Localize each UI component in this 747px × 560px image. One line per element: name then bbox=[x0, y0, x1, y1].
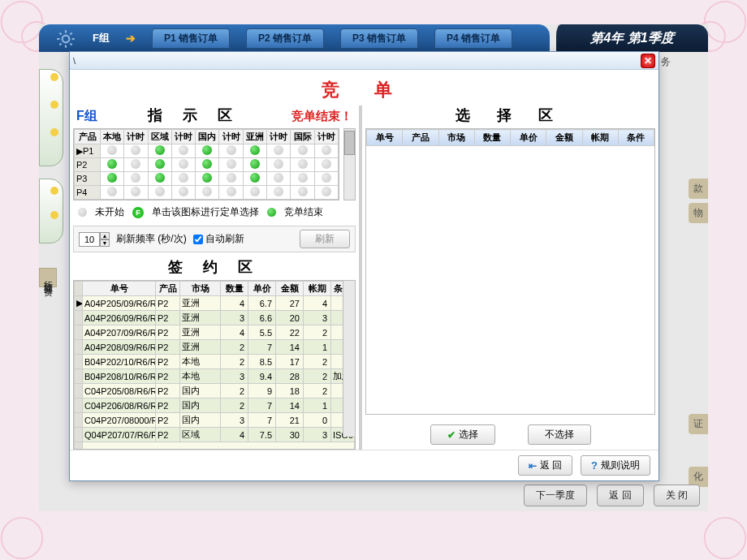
status-grey-icon[interactable] bbox=[322, 187, 331, 196]
next-quarter-button[interactable]: 下一季度 bbox=[524, 485, 587, 506]
dialog-footer: ⇤返 回 ?规则说明 bbox=[70, 450, 658, 480]
status-green-icon[interactable] bbox=[250, 173, 260, 183]
table-row[interactable]: A04P207/09/R6/RP2亚洲45.5222 bbox=[75, 325, 355, 340]
indicator-col: 计时 bbox=[219, 130, 243, 144]
period-text: 第4年 第1季度 bbox=[590, 30, 673, 47]
dot-grey-icon bbox=[78, 208, 87, 217]
status-grey-icon[interactable] bbox=[179, 187, 188, 196]
svg-point-5 bbox=[705, 518, 745, 558]
status-grey-icon[interactable] bbox=[179, 159, 188, 169]
legend-end: 竞单结束 bbox=[284, 205, 323, 219]
auto-refresh-checkbox[interactable]: 自动刷新 bbox=[193, 232, 244, 246]
tab-p2[interactable]: P2 销售订单 bbox=[246, 28, 324, 49]
select-col: 产品 bbox=[403, 130, 438, 146]
back-button[interactable]: 返 回 bbox=[597, 485, 643, 506]
spin-down-icon[interactable]: ▼ bbox=[100, 239, 110, 247]
status-grey-icon[interactable] bbox=[274, 145, 283, 155]
side-dots-2 bbox=[50, 187, 58, 219]
status-grey-icon[interactable] bbox=[250, 187, 260, 196]
table-row[interactable]: A04P206/09/R6/RP2亚洲36.6203 bbox=[75, 311, 355, 325]
table-row[interactable]: B04P208/10/R6/RP2本地39.4282加急 bbox=[75, 369, 355, 384]
sign-col: 金额 bbox=[276, 282, 304, 296]
status-grey-icon[interactable] bbox=[322, 173, 331, 183]
status-grey-icon[interactable] bbox=[298, 159, 308, 169]
table-row[interactable]: C04P207/08000/RP2国内37210 bbox=[75, 413, 355, 428]
dialog-back-button[interactable]: ⇤返 回 bbox=[518, 455, 572, 476]
deselect-button[interactable]: 不选择 bbox=[528, 424, 591, 445]
right-pane: 选 择 区 单号产品市场数量单价金额帐期条件 ✔选择 不选择 bbox=[362, 106, 658, 450]
indicator-scrollbar[interactable] bbox=[343, 128, 356, 200]
spin-up-icon[interactable]: ▲ bbox=[100, 232, 110, 239]
status-grey-icon[interactable] bbox=[298, 173, 308, 183]
status-grey-icon[interactable] bbox=[227, 187, 236, 196]
status-grey-icon[interactable] bbox=[131, 145, 140, 155]
status-grey-icon[interactable] bbox=[227, 145, 236, 155]
status-grey-icon[interactable] bbox=[274, 187, 283, 196]
select-table: 单号产品市场数量单价金额帐期条件 bbox=[366, 129, 654, 146]
side-label-admin-fee: 行政管理费 bbox=[39, 268, 57, 287]
status-green-icon[interactable] bbox=[155, 145, 165, 155]
status-green-icon[interactable] bbox=[202, 145, 212, 155]
auto-refresh-input[interactable] bbox=[193, 235, 203, 244]
select-col: 条件 bbox=[618, 130, 654, 146]
indicator-table-wrap: 产品本地计时区域计时国内计时亚洲计时国际计时 ▶P1P2P3P4 bbox=[73, 128, 339, 200]
status-green-icon[interactable] bbox=[202, 159, 212, 169]
tab-p3[interactable]: P3 销售订单 bbox=[340, 28, 418, 49]
status-grey-icon[interactable] bbox=[298, 145, 308, 155]
indicator-product: ▶P1 bbox=[75, 144, 101, 158]
status-grey-icon[interactable] bbox=[155, 187, 165, 196]
status-green-icon[interactable] bbox=[155, 159, 165, 169]
table-row[interactable]: A04P208/09/R6/RP2亚洲27141 bbox=[75, 340, 355, 355]
status-green-icon[interactable] bbox=[107, 173, 117, 183]
select-area-title: 选 择 区 bbox=[362, 106, 658, 128]
status-grey-icon[interactable] bbox=[322, 145, 331, 155]
table-row[interactable]: C04P205/08/R6/RP2国内29182 bbox=[75, 384, 355, 398]
status-grey-icon[interactable] bbox=[179, 145, 188, 155]
rules-button[interactable]: ?规则说明 bbox=[581, 455, 650, 476]
refresh-spinner[interactable]: ▲▼ bbox=[79, 232, 110, 247]
status-grey-icon[interactable] bbox=[274, 173, 283, 183]
tab-p4[interactable]: P4 销售订单 bbox=[434, 28, 512, 49]
status-grey-icon[interactable] bbox=[107, 187, 117, 196]
refresh-button[interactable]: 刷新 bbox=[300, 230, 350, 248]
close-icon[interactable]: ✕ bbox=[641, 54, 655, 68]
status-green-icon[interactable] bbox=[250, 159, 260, 169]
status-grey-icon[interactable] bbox=[227, 173, 236, 183]
select-col: 单号 bbox=[367, 130, 403, 146]
sign-vscroll[interactable] bbox=[343, 281, 355, 437]
table-row[interactable]: B04P202/10/R6/RP2本地28.5172 bbox=[75, 355, 355, 369]
table-row[interactable]: ▶A04P205/09/R6/RP2亚洲46.7274 bbox=[75, 296, 355, 311]
status-grey-icon[interactable] bbox=[298, 187, 308, 196]
status-grey-icon[interactable] bbox=[322, 159, 331, 169]
dot-green-icon bbox=[267, 208, 276, 217]
arrow-icon: ➔ bbox=[126, 32, 136, 45]
refresh-label: 刷新频率 (秒/次) bbox=[116, 232, 187, 246]
select-button[interactable]: ✔选择 bbox=[430, 424, 495, 445]
refresh-value[interactable] bbox=[79, 232, 100, 247]
table-row[interactable]: Q04P207/07/R6/RP2区域47.5303ISO900 bbox=[75, 428, 355, 442]
sign-col: 市场 bbox=[180, 282, 221, 296]
select-button-label: 选择 bbox=[459, 428, 478, 442]
indicator-table: 产品本地计时区域计时国内计时亚洲计时国际计时 ▶P1P2P3P4 bbox=[74, 129, 339, 200]
status-grey-icon[interactable] bbox=[107, 145, 117, 155]
gear-icon bbox=[55, 27, 76, 49]
status-grey-icon[interactable] bbox=[179, 173, 188, 183]
tab-p1[interactable]: P1 销售订单 bbox=[152, 28, 230, 49]
status-grey-icon[interactable] bbox=[131, 159, 140, 169]
status-grey-icon[interactable] bbox=[131, 187, 140, 196]
status-grey-icon[interactable] bbox=[202, 187, 212, 196]
status-grey-icon[interactable] bbox=[131, 173, 140, 183]
status-green-icon[interactable] bbox=[250, 145, 260, 155]
status-grey-icon[interactable] bbox=[227, 159, 236, 169]
status-grey-icon[interactable] bbox=[274, 159, 283, 169]
close-button[interactable]: 关 闭 bbox=[654, 485, 700, 506]
group-name: F组 bbox=[76, 108, 97, 125]
side-dots bbox=[50, 73, 58, 136]
table-row[interactable]: C04P206/08/R6/RP2国内27141 bbox=[75, 398, 355, 413]
status-green-icon[interactable] bbox=[202, 173, 212, 183]
indicator-area-title: 指 示 区 bbox=[104, 106, 285, 125]
status-green-icon[interactable] bbox=[107, 159, 117, 169]
status-green-icon[interactable] bbox=[155, 173, 165, 183]
bg-tag: 款 bbox=[689, 179, 708, 199]
bottom-button-bar: 下一季度 返 回 关 闭 bbox=[524, 485, 700, 506]
